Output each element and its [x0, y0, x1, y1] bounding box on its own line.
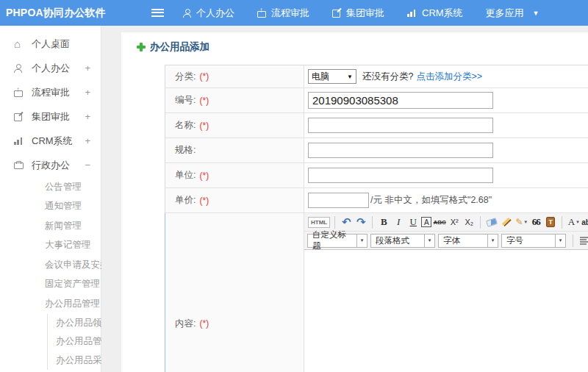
category-hint: 还没有分类?	[362, 71, 413, 83]
subsubmenu-supplies-claim[interactable]: 办公用品领用	[48, 314, 101, 333]
person-icon	[183, 9, 191, 18]
font-family-dropdown[interactable]: 字体 ▾	[438, 234, 498, 248]
hamburger-icon[interactable]	[151, 9, 164, 17]
chart-icon	[407, 9, 417, 17]
unit-input[interactable]	[308, 168, 493, 183]
briefcase-icon	[14, 161, 26, 169]
form-row-category: 分类: (*) 电脑 ▼ 还没有分类? 点击添加分类>>	[165, 65, 588, 88]
superscript-button[interactable]: X²	[448, 215, 461, 229]
required-mark: (*)	[199, 71, 209, 82]
form-row-spec: 规格:	[165, 138, 588, 163]
toolbar-separator	[334, 216, 335, 229]
paste-icon[interactable]: T	[544, 215, 557, 229]
clear-format-brush-icon[interactable]	[500, 215, 513, 229]
custom-title-dropdown[interactable]: 自定义标题 ▾	[307, 234, 368, 248]
topnav-personal-office[interactable]: 个人办公	[183, 7, 234, 20]
topnav-more-apps[interactable]: 更多应用 ▼	[486, 7, 539, 20]
sidebar-item-label: 个人办公	[32, 62, 70, 75]
spec-input[interactable]	[308, 143, 493, 158]
required-mark: (*)	[199, 318, 209, 329]
sidebar-item-personal-desktop[interactable]: ⌂ 个人桌面	[0, 32, 101, 56]
field-cell	[304, 138, 588, 162]
submenu-office-supplies-mgmt[interactable]: 办公用品管理 −	[0, 294, 101, 314]
sidebar-item-group-approval[interactable]: 集团审批 +	[0, 104, 101, 129]
format-painter-icon[interactable]: ✎▾	[514, 215, 528, 229]
sidebar-item-personal-office[interactable]: 个人办公 +	[0, 56, 101, 80]
app-brand: PHPOA协同办公软件	[6, 7, 106, 20]
field-label: 单位: (*)	[165, 163, 304, 187]
sidebar-item-label: CRM系统	[32, 135, 73, 148]
font-size-dropdown[interactable]: 字号 ▾	[501, 234, 566, 248]
submenu-announcement-mgmt[interactable]: 公告管理	[0, 177, 101, 197]
page-title-row: 办公用品添加	[137, 38, 588, 56]
required-mark: (*)	[199, 96, 209, 106]
dropdown-caret-icon: ▾	[487, 235, 498, 247]
subscript-button[interactable]: X₂	[462, 215, 476, 229]
redo-icon[interactable]: ↷	[354, 215, 368, 229]
collapse-minus-icon[interactable]: −	[85, 160, 90, 171]
strikethrough-button[interactable]: ABC	[433, 215, 446, 229]
expand-plus-icon[interactable]: +	[85, 111, 90, 122]
align-left-icon[interactable]	[580, 237, 588, 245]
paragraph-format-dropdown[interactable]: 段落格式 ▾	[370, 234, 435, 248]
submenu-meeting-request[interactable]: 会议申请及安排+	[0, 255, 101, 275]
eraser-icon[interactable]	[485, 215, 498, 229]
expand-plus-icon[interactable]: +	[85, 62, 90, 74]
name-input[interactable]	[308, 118, 493, 133]
field-cell: HTML ↶ ↷ B I U A ABC X² X₂	[304, 213, 588, 372]
html-source-button[interactable]: HTML	[308, 217, 330, 228]
editor-content-area[interactable]	[304, 250, 588, 372]
toolbar-separator	[372, 216, 373, 229]
sidebar-item-workflow-approval[interactable]: 流程审批 +	[0, 80, 101, 104]
price-input[interactable]	[308, 193, 369, 208]
required-mark: (*)	[199, 121, 209, 131]
topnav-group-approval[interactable]: 集团审批	[332, 7, 384, 20]
page-title: 办公用品添加	[150, 40, 209, 54]
required-mark: (*)	[199, 171, 209, 181]
category-select[interactable]: 电脑 ▼	[308, 69, 356, 84]
dropdown-caret-icon: ▾	[424, 235, 434, 247]
field-label: 名称: (*)	[165, 113, 304, 137]
edit-icon	[332, 9, 341, 18]
form-row-code: 编号: (*)	[165, 88, 588, 113]
toolbar-separator	[480, 216, 481, 229]
form-row-price: 单价: (*) /元 非中文，如填写格式"2.68"	[165, 188, 588, 213]
subsubmenu-supplies-purchase[interactable]: 办公用品采购	[48, 351, 101, 371]
dropdown-caret-icon: ▾	[356, 235, 367, 247]
field-label: 编号: (*)	[165, 88, 304, 112]
subsubmenu-supplies-manage[interactable]: 办公用品管理	[48, 332, 101, 351]
sidebar-item-admin-office[interactable]: 行政办公 −	[0, 153, 101, 177]
underline-button[interactable]: U	[406, 215, 420, 229]
expand-plus-icon[interactable]: +	[85, 135, 90, 146]
toolbar-separator	[562, 216, 562, 229]
dropdown-caret-icon: ▾	[555, 235, 565, 247]
form-row-unit: 单位: (*)	[165, 163, 588, 188]
sidebar-item-crm-system[interactable]: CRM系统 +	[0, 129, 101, 153]
person-icon	[14, 64, 26, 73]
content-card: 办公用品添加 分类: (*) 电脑 ▼ 还没有分类? 点击添加分类>> 编号: …	[121, 32, 588, 372]
expand-plus-icon[interactable]: +	[85, 87, 90, 98]
code-input[interactable]	[308, 92, 493, 109]
field-label: 规格:	[165, 138, 304, 162]
topnav-workflow-approval[interactable]: 流程审批	[257, 7, 309, 20]
topnav-label: 流程审批	[271, 7, 309, 20]
blockquote-button[interactable]: 66	[529, 215, 542, 229]
submenu-fixed-assets-mgmt[interactable]: 固定资产管理 +	[0, 275, 101, 295]
undo-icon[interactable]: ↶	[340, 215, 353, 229]
form-row-name: 名称: (*)	[165, 113, 588, 138]
submenu-events-mgmt[interactable]: 大事记管理	[0, 236, 101, 256]
italic-button[interactable]: I	[392, 215, 405, 229]
highlight-color-button[interactable]: ab✎▾	[581, 215, 588, 229]
submenu-news-mgmt[interactable]: 新闻管理	[0, 216, 101, 236]
submenu-notice-mgmt[interactable]: 通知管理	[0, 197, 101, 217]
topnav-label: 集团审批	[346, 7, 384, 20]
font-color-button[interactable]: A▾	[567, 215, 580, 229]
top-navbar: PHPOA协同办公软件 个人办公 流程审批 集团审批 CRM系统 更多应用 ▼	[0, 0, 588, 26]
autotypeset-button[interactable]: A	[421, 217, 431, 227]
add-category-link[interactable]: 点击添加分类>>	[416, 71, 482, 83]
bold-button[interactable]: B	[377, 215, 390, 229]
topnav-crm-system[interactable]: CRM系统	[407, 7, 463, 20]
field-cell: 电脑 ▼ 还没有分类? 点击添加分类>>	[304, 65, 588, 87]
sidebar-subsubmenu: 办公用品领用 办公用品管理 办公用品采购	[47, 314, 101, 371]
sidebar: ⌂ 个人桌面 个人办公 + 流程审批 + 集团审批 + CRM系统 + 行政办公…	[0, 26, 101, 372]
